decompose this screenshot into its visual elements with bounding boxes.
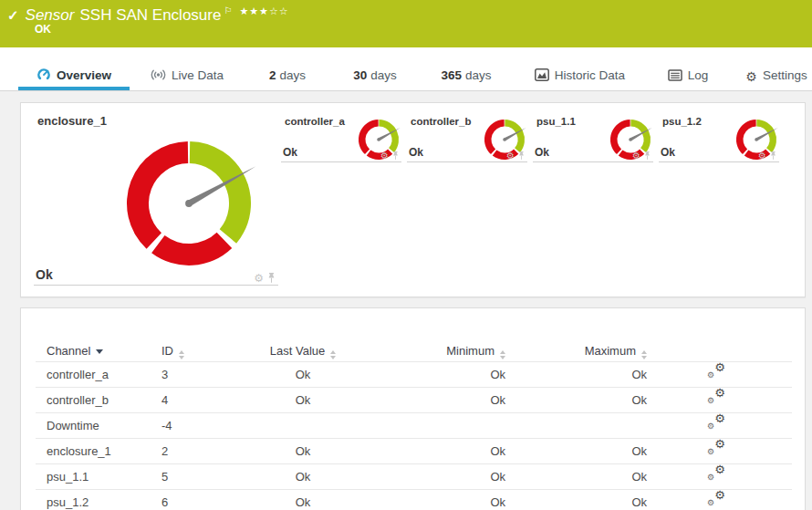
gauge-title: psu_1.2 (662, 116, 702, 127)
column-header-last-value[interactable]: Last Value (216, 338, 390, 363)
tab-settings[interactable]: ⚙Settings (744, 64, 809, 88)
cell-last-value: Ok (216, 362, 390, 387)
pin-icon[interactable] (266, 272, 276, 284)
table-header-row: Channel ID Last Value Minimum Maximum (36, 338, 792, 362)
cell-channel[interactable]: controller_b (47, 388, 161, 412)
cell-maximum: Ok (505, 388, 647, 412)
cell-id: 2 (161, 439, 216, 463)
column-header-id[interactable]: ID (161, 338, 216, 363)
stars-empty: ☆☆ (269, 5, 289, 16)
cell-minimum: Ok (393, 464, 505, 489)
stars-filled: ★★★ (239, 5, 269, 16)
gauge-card-psu-1-2[interactable]: psu_1.2 Ok ⚙ (657, 109, 779, 162)
cell-id: 6 (161, 490, 216, 510)
tab-log-label: Log (688, 68, 709, 82)
sort-desc-icon (96, 349, 103, 354)
edit-channel-gears-icon[interactable]: ⚙⚙ (647, 464, 786, 489)
priority-stars[interactable]: ★★★☆☆ (239, 6, 288, 16)
tab-365-days-number: 365 (441, 68, 462, 82)
cell-last-value: Ok (216, 464, 390, 489)
cell-id: 4 (161, 388, 216, 412)
tab-2-days[interactable]: 2days (255, 64, 319, 88)
gauge-gear-icon[interactable]: ⚙ (758, 151, 766, 161)
cell-channel[interactable]: enclosure_1 (47, 439, 161, 463)
log-list-icon (668, 69, 682, 81)
channels-table: Channel ID Last Value Minimum Maximum co… (36, 338, 792, 510)
tab-overview[interactable]: Overview (18, 64, 130, 88)
gauge-gear-icon[interactable]: ⚙ (506, 151, 515, 161)
gauge-title: psu_1.1 (536, 116, 576, 127)
edit-channel-gears-icon[interactable]: ⚙⚙ (647, 362, 786, 387)
gauge-card-enclosure-1[interactable]: enclosure_1 Ok ⚙ (28, 109, 282, 287)
gauge-status-label: Ok (36, 267, 53, 282)
tab-30-days[interactable]: 30days (340, 64, 410, 88)
flag-icon[interactable]: ⚐ (224, 6, 232, 16)
edit-channel-gears-icon[interactable]: ⚙⚙ (647, 439, 786, 463)
table-row[interactable]: enclosure_12OkOkOk⚙⚙ (36, 439, 792, 464)
edit-channel-gears-icon[interactable]: ⚙⚙ (647, 413, 786, 438)
cell-last-value: Ok (216, 439, 390, 463)
column-header-maximum[interactable]: Maximum (505, 338, 647, 363)
tab-2-days-unit: days (279, 68, 306, 82)
gauge-footer: Ok ⚙ (659, 146, 779, 162)
cell-maximum: Ok (505, 490, 647, 510)
cell-minimum: Ok (393, 490, 505, 510)
edit-channel-gears-icon[interactable]: ⚙⚙ (647, 388, 786, 412)
pin-icon[interactable] (769, 151, 777, 161)
tab-live-data-label: Live Data (172, 68, 224, 82)
historic-chart-icon (535, 68, 549, 81)
table-row[interactable]: controller_a3OkOkOk⚙⚙ (36, 362, 792, 388)
table-row[interactable]: psu_1.26OkOkOk⚙⚙ (36, 490, 792, 510)
cell-channel[interactable]: Downtime (47, 413, 161, 438)
cell-channel[interactable]: psu_1.2 (47, 490, 161, 510)
edit-channel-gears-icon[interactable]: ⚙⚙ (647, 490, 786, 510)
tab-live-data[interactable]: Live Data (141, 64, 233, 88)
sort-icon (179, 350, 184, 359)
gauge-card-controller-b[interactable]: controller_b Ok ⚙ (405, 109, 527, 162)
table-row[interactable]: Downtime-4⚙⚙ (36, 413, 792, 439)
settings-gear-icon: ⚙ (745, 69, 757, 84)
sensor-name: SSH SAN Enclosure (79, 5, 221, 26)
tab-overview-label: Overview (57, 68, 111, 82)
tab-historic-data[interactable]: Historic Data (527, 64, 632, 88)
pin-icon[interactable] (391, 151, 400, 161)
table-row[interactable]: psu_1.15OkOkOk⚙⚙ (36, 464, 792, 490)
gauge-gear-icon[interactable]: ⚙ (254, 273, 264, 284)
cell-channel[interactable]: controller_a (47, 362, 161, 387)
cell-minimum: Ok (393, 388, 505, 412)
gauge-card-psu-1-1[interactable]: psu_1.1 Ok ⚙ (531, 109, 653, 162)
tab-30-days-unit: days (370, 68, 397, 82)
gauge-footer: Ok ⚙ (281, 146, 401, 162)
tab-365-days-unit: days (465, 68, 492, 82)
column-header-channel[interactable]: Channel (47, 338, 161, 363)
tab-log[interactable]: Log (660, 64, 716, 88)
gauge-title: enclosure_1 (37, 114, 107, 128)
cell-maximum: Ok (505, 362, 647, 387)
cell-id: 3 (161, 362, 216, 387)
gauge-card-controller-a[interactable]: controller_a Ok ⚙ (279, 109, 401, 162)
gauges-panel: enclosure_1 Ok ⚙ controller_a Ok ⚙ contr… (20, 102, 806, 297)
channels-table-panel: Channel ID Last Value Minimum Maximum co… (20, 307, 806, 510)
table-body: controller_a3OkOkOk⚙⚙controller_b4OkOkOk… (36, 362, 792, 510)
tab-365-days[interactable]: 365days (427, 64, 505, 88)
pin-icon[interactable] (517, 151, 526, 161)
status-gauge (109, 130, 273, 273)
column-header-minimum[interactable]: Minimum (393, 338, 505, 363)
cell-id: -4 (161, 413, 216, 438)
table-row[interactable]: controller_b4OkOkOk⚙⚙ (36, 388, 792, 413)
gauge-icon (36, 67, 51, 81)
gauge-status-label: Ok (535, 146, 549, 159)
pin-icon[interactable] (643, 151, 651, 161)
gauge-gear-icon[interactable]: ⚙ (380, 151, 389, 161)
tab-settings-label: Settings (763, 68, 807, 82)
sensor-tabbar: Overview Live Data 2days 30days 365days … (0, 47, 812, 91)
sort-icon (641, 350, 647, 359)
gauge-gear-icon[interactable]: ⚙ (632, 151, 640, 161)
cell-minimum: Ok (393, 362, 505, 387)
cell-last-value: Ok (216, 490, 390, 510)
cell-channel[interactable]: psu_1.1 (47, 464, 161, 489)
cell-last-value: Ok (216, 388, 390, 412)
cell-maximum: Ok (505, 464, 647, 489)
cell-minimum: Ok (393, 439, 505, 463)
tab-historic-data-label: Historic Data (555, 68, 625, 82)
